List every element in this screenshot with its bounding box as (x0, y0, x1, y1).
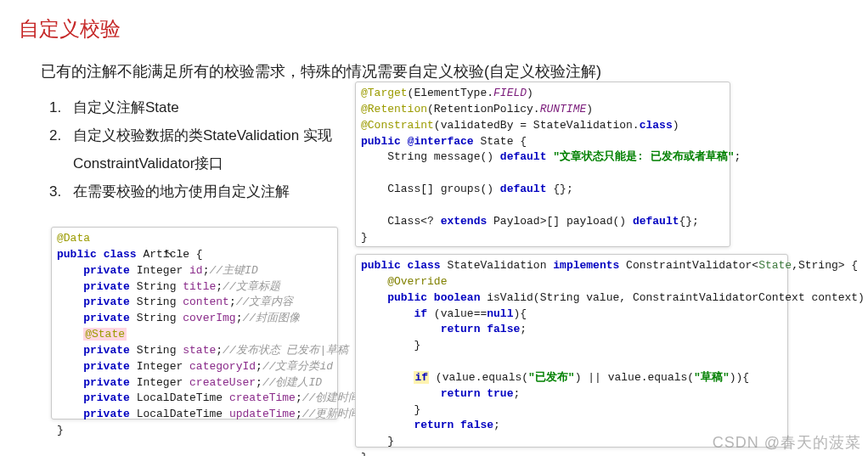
list-number: 3. (49, 177, 73, 205)
state-annotation-highlight: @State (83, 328, 127, 341)
subtitle-text: 已有的注解不能满足所有的校验需求，特殊的情况需要自定义校验(自定义校验注解) (0, 42, 868, 82)
if-highlight: if (414, 371, 429, 384)
list-text: 自定义校验数据的类StateValidation 实现ConstraintVal… (73, 121, 353, 177)
list-text: 在需要校验的地方使用自定义注解 (73, 177, 290, 205)
list-number: 1. (49, 93, 73, 121)
page-title: 自定义校验 (0, 0, 868, 42)
code-state-annotation: @Target(ElementType.FIELD) @Retention(Re… (355, 82, 730, 247)
code-state-validation: public class StateValidation implements … (355, 254, 788, 448)
code-article: @Data public class Article { private Int… (51, 227, 338, 419)
watermark: CSDN @春天的菠菜 (713, 432, 861, 453)
list-text: 自定义注解State (73, 93, 179, 121)
list-number: 2. (49, 121, 73, 177)
